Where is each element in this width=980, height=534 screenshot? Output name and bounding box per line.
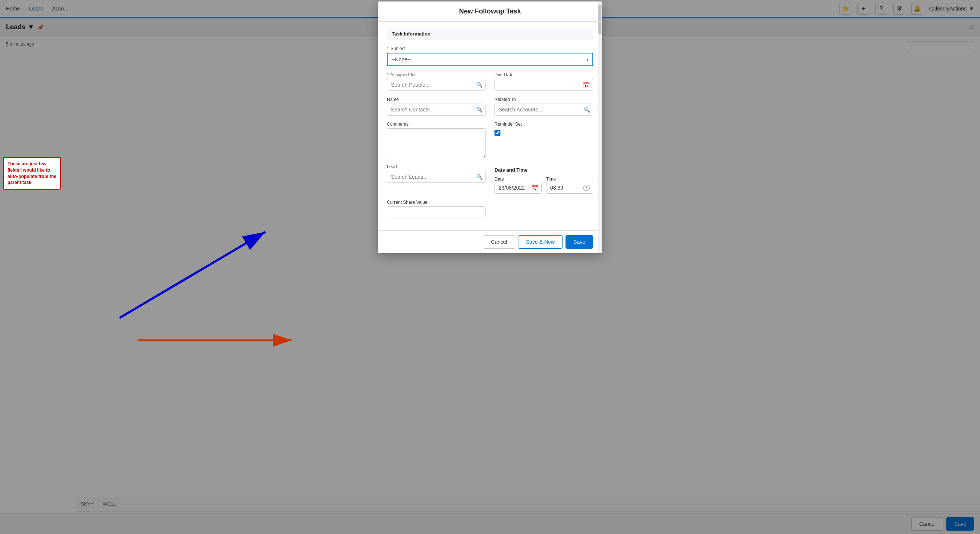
subject-label: * Subject	[387, 46, 490, 51]
name-search-icon: 🔍	[476, 107, 482, 113]
share-value-input[interactable]	[387, 206, 485, 218]
assigned-to-input[interactable]	[387, 79, 485, 91]
lead-label: Lead	[387, 164, 485, 169]
lead-input-wrapper: 🔍	[387, 171, 485, 183]
assigned-to-group: * Assigned To 🔍	[387, 72, 485, 91]
modal-body: Task Information * Subject --None-- *	[378, 22, 490, 230]
comments-label: Comments	[387, 121, 485, 127]
lead-input[interactable]	[387, 171, 485, 183]
subject-select-wrapper: --None--	[387, 53, 490, 66]
lead-group: Lead 🔍	[387, 164, 485, 194]
cancel-button[interactable]: Cancel	[483, 235, 490, 249]
new-followup-task-modal: New Followup Task Task Information * Sub…	[378, 2, 490, 253]
search-icon: 🔍	[476, 82, 482, 88]
modal-footer: Cancel Save & New Save	[378, 230, 490, 253]
assigned-to-label: * Assigned To	[387, 72, 485, 77]
subject-select[interactable]: --None--	[387, 53, 490, 66]
name-related-row: Name 🔍 Related To 🔍	[387, 97, 490, 116]
share-value-row: Current Share Value	[387, 200, 490, 218]
name-group: Name 🔍	[387, 97, 485, 116]
annotation-box: These are just few fields I would like t…	[3, 157, 61, 190]
assigned-to-input-wrapper: 🔍	[387, 79, 485, 91]
name-label: Name	[387, 97, 485, 102]
subject-required: *	[387, 46, 389, 51]
modal-title: New Followup Task	[459, 8, 490, 15]
share-value-group: Current Share Value	[387, 200, 485, 218]
subject-group: * Subject --None--	[387, 46, 490, 66]
share-value-label: Current Share Value	[387, 200, 485, 205]
comments-group: Comments	[387, 121, 485, 158]
name-input-wrapper: 🔍	[387, 104, 485, 116]
comments-reminder-row: Comments Reminder Set	[387, 121, 490, 158]
name-input[interactable]	[387, 104, 485, 116]
assigned-due-row: * Assigned To 🔍 Due Date 📅	[387, 72, 490, 91]
subject-row: * Subject --None--	[387, 46, 490, 66]
lead-datetime-row: Lead 🔍 Date and Time Date 📅	[387, 164, 490, 194]
modal-header: New Followup Task	[378, 2, 490, 22]
comments-textarea[interactable]	[387, 128, 485, 158]
lead-search-icon: 🔍	[476, 174, 482, 180]
task-information-section: Task Information	[387, 28, 490, 40]
